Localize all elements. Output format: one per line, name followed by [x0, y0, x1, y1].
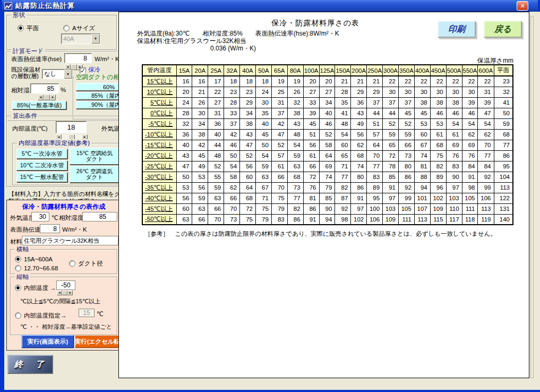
haxis-duct-radio[interactable]: ダクト径 — [69, 258, 103, 268]
table-cell: 32 — [494, 87, 513, 97]
table-cell: 22 — [462, 76, 478, 87]
ref-15c-button[interactable]: 15℃ 一般水配管 — [16, 172, 67, 182]
chevron-down-icon[interactable]: ▼ — [91, 34, 100, 44]
table-cell: 75 — [271, 193, 287, 203]
col-header: 100A — [303, 65, 319, 76]
table-cell: 73 — [224, 214, 240, 225]
table-cell: 70 — [208, 214, 224, 225]
table-cell: 99 — [478, 182, 494, 193]
table-cell: 17 — [208, 76, 224, 87]
humidity-standard-button[interactable]: 85%(一般基準値) — [12, 101, 66, 109]
table-cell: 63 — [255, 172, 271, 182]
hse2-unit: W/m²・K — [62, 226, 87, 234]
table-cell: 107 — [414, 203, 430, 214]
table-cell: 66 — [303, 161, 319, 172]
table-cell: 76 — [446, 150, 462, 161]
table-cell: 83 — [446, 161, 462, 172]
ref-return-duct-button[interactable]: 26℃ 空調還気 ダクト — [70, 166, 119, 183]
vertical-scrollbar[interactable] — [530, 16, 534, 378]
table-cell: 70 — [478, 140, 494, 150]
table-cell: 53 — [176, 182, 192, 193]
table-cell: 64 — [367, 140, 383, 150]
table-cell: 18 — [240, 76, 256, 87]
table-cell: 22 — [383, 76, 399, 87]
table-cell: 30 — [398, 87, 414, 97]
material-field[interactable]: 住宅用グラスウール32K相当 — [22, 236, 118, 245]
exit-button[interactable]: 終 了 — [7, 355, 53, 374]
vaxis-fixed-radio[interactable]: 内部温度指定→ — [15, 310, 67, 320]
vaxis-fixed-field[interactable]: 15 — [79, 309, 95, 317]
layers-dropdown[interactable]: なし ▼ — [42, 69, 73, 79]
table-cell: 119 — [478, 214, 494, 225]
close-icon[interactable]: ✕ — [517, 1, 528, 11]
table-cell: 109 — [383, 214, 399, 225]
shape-asize-radio[interactable]: Aサイズ — [63, 23, 95, 32]
table-cell: 43 — [351, 108, 367, 118]
arrow-left-icon[interactable]: ◄ — [57, 291, 62, 295]
table-cell: 91 — [303, 214, 319, 225]
hse-label: 表面熱伝達率(hse) — [11, 55, 62, 63]
table-cell: 50 — [255, 140, 271, 150]
haxis-inch-radio[interactable]: 12.70~66.68 — [15, 263, 58, 272]
table-cell: 91 — [351, 193, 367, 203]
pipe-size-dropdown[interactable]: 40A ▼ — [61, 33, 100, 44]
app-window: 結露防止伝熱計算 ✕ 形状 平面 Aサイズ 40A ▼ 計算モード 表面熱伝達率… — [0, 0, 540, 392]
table-cell: 76 — [462, 150, 478, 161]
hse-field[interactable]: 8 — [64, 53, 92, 63]
col-header: 15A — [176, 65, 192, 76]
table-cell: 70 — [367, 150, 383, 161]
table-cell: 85 — [383, 172, 399, 182]
humidity2-field[interactable]: 85 — [82, 212, 117, 221]
table-cell: 85 — [319, 193, 335, 203]
radio-icon — [15, 312, 21, 319]
execute-screen-button[interactable]: 実行(画面表示) — [22, 335, 74, 348]
table-cell: 59 — [255, 161, 271, 172]
table-cell: 33 — [224, 108, 240, 118]
table-cell: 42 — [271, 118, 287, 129]
inner-temp-field[interactable]: 18 — [56, 121, 87, 133]
insulation-checkbox[interactable]: ✓保冷 — [80, 64, 100, 74]
table-cell: 28 — [176, 108, 192, 118]
vaxis-temp-radio[interactable]: 内部温度 → — [15, 283, 56, 292]
table-cell: 55 — [208, 172, 224, 182]
arrow-right-icon[interactable]: ► — [50, 95, 56, 100]
table-cell: 68 — [494, 129, 513, 140]
table-cell: 82 — [335, 182, 351, 193]
table-cell: 52 — [208, 161, 224, 172]
ref-10c-button[interactable]: 10℃ 二次冷水管 — [16, 160, 67, 171]
table-cell: 54 — [478, 118, 494, 129]
col-header: 平面 — [494, 65, 513, 76]
table-cell: 34 — [240, 108, 256, 118]
ref-5c-button[interactable]: 5℃ 一次冷水管 — [16, 149, 67, 159]
window-title: 結露防止伝熱計算 — [15, 1, 75, 11]
ref-supply-duct-button[interactable]: 15℃ 空調給気 ダクト — [70, 148, 119, 165]
back-button[interactable]: 戻る — [484, 21, 522, 38]
humidity-spinner[interactable]: ◄► — [38, 95, 56, 100]
col-header: 300A — [383, 65, 399, 76]
shape-plane-radio[interactable]: 平面 — [18, 23, 39, 32]
table-cell: 45 — [255, 129, 271, 140]
vaxis-temp-spinner[interactable]: ◄► — [57, 291, 73, 295]
table-cell: 61 — [271, 161, 287, 172]
table-cell: 44 — [367, 108, 383, 118]
table-cell: 71 — [335, 161, 351, 172]
humidity-unit: % — [61, 87, 66, 93]
humidity-field[interactable]: 85 — [30, 83, 59, 93]
table-cell: 46 — [224, 140, 240, 150]
hse2-field[interactable]: 8 — [40, 224, 60, 233]
arrow-left-icon[interactable]: ◄ — [38, 95, 44, 100]
table-cell: 69 — [462, 140, 478, 150]
table-cell: 75 — [430, 150, 446, 161]
table-cell: 48 — [287, 129, 303, 140]
chevron-down-icon[interactable]: ▼ — [64, 70, 72, 79]
table-row: -5℃以上32343637384042434546484951525253535… — [142, 118, 513, 129]
table-cell: 59 — [398, 129, 414, 140]
print-button[interactable]: 印刷 — [438, 21, 476, 38]
outside-temp2-field[interactable]: 30 — [31, 212, 49, 221]
table-row: -45℃以上6063667072757982869092971001031051… — [142, 203, 513, 214]
table-cell: 38 — [240, 118, 256, 129]
haxis-pipe-radio[interactable]: 15A~600A — [15, 254, 53, 263]
arrow-right-icon[interactable]: ► — [67, 291, 73, 295]
vaxis-temp-field[interactable]: -50 — [56, 280, 75, 290]
table-cell: 65 — [335, 150, 351, 161]
